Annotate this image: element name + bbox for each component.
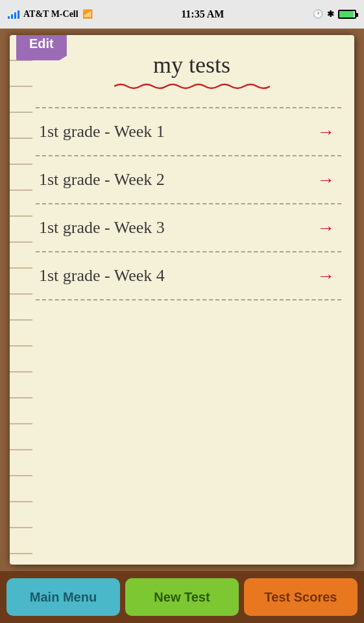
test-name-label: 1st grade - Week 3	[39, 218, 165, 238]
main-menu-button[interactable]: Main Menu	[6, 578, 120, 616]
tests-list: 1st grade - Week 1→1st grade - Week 2→1s…	[10, 101, 354, 565]
page-title: my tests	[29, 51, 354, 79]
bluetooth-icon: ✱	[327, 9, 334, 19]
clock-icon: 🕐	[313, 9, 323, 19]
status-right: 🕐 ✱	[313, 9, 356, 19]
status-time: 11:35 AM	[181, 8, 224, 20]
test-item[interactable]: 1st grade - Week 4→	[36, 252, 341, 300]
main-area: Edit my tests 1st grade - Week 1→1st gra…	[0, 29, 364, 571]
arrow-icon: →	[317, 121, 335, 142]
battery-icon	[338, 10, 356, 19]
status-left: AT&T M-Cell 📶	[8, 9, 93, 19]
test-item[interactable]: 1st grade - Week 2→	[36, 156, 341, 204]
status-bar: AT&T M-Cell 📶 11:35 AM 🕐 ✱	[0, 0, 364, 29]
edit-button[interactable]: Edit	[16, 35, 67, 60]
test-name-label: 1st grade - Week 1	[39, 122, 165, 141]
decorative-wavy-line	[114, 81, 270, 92]
signal-bars-icon	[8, 10, 19, 19]
arrow-icon: →	[317, 169, 335, 190]
notebook: Edit my tests 1st grade - Week 1→1st gra…	[10, 35, 354, 565]
test-scores-button[interactable]: Test Scores	[244, 578, 358, 616]
arrow-icon: →	[317, 217, 335, 238]
new-test-button[interactable]: New Test	[125, 578, 239, 616]
test-item[interactable]: 1st grade - Week 3→	[36, 204, 341, 252]
test-name-label: 1st grade - Week 2	[39, 170, 165, 189]
carrier-label: AT&T M-Cell	[23, 9, 79, 19]
arrow-icon: →	[317, 265, 335, 286]
test-name-label: 1st grade - Week 4	[39, 266, 165, 286]
battery-fill	[339, 11, 354, 18]
wifi-icon: 📶	[82, 9, 93, 19]
test-item[interactable]: 1st grade - Week 1→	[36, 107, 341, 156]
bottom-bar: Main Menu New Test Test Scores	[0, 571, 364, 623]
